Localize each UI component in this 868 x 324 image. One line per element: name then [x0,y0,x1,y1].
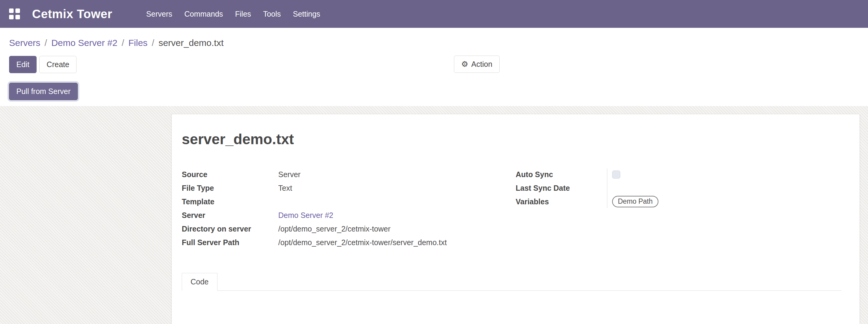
field-row-source: SourceServer [182,168,516,181]
field-row-file-type: File TypeText [182,181,516,195]
app-brand[interactable]: Cetmix Tower [32,7,112,21]
field-group-left: SourceServerFile TypeTextTemplateServerD… [182,168,516,249]
field-text-file-type: Text [278,183,292,193]
field-value-source: Server [278,169,516,179]
top-navbar: Cetmix Tower ServersCommandsFilesToolsSe… [0,0,868,28]
auto-sync-checkbox[interactable] [612,170,620,179]
breadcrumb-item-demo-server-2[interactable]: Demo Server #2 [52,38,117,48]
record-title: server_demo.txt [182,131,841,148]
breadcrumb: Servers/Demo Server #2/Files/server_demo… [0,28,868,49]
control-panel: Servers/Demo Server #2/Files/server_demo… [0,28,868,106]
breadcrumb-separator: / [122,38,124,48]
field-label-directory-on-server: Directory on server [182,224,278,234]
workflow-row: Pull from Server [0,83,868,106]
field-row-variables: VariablesDemo Path [516,195,841,208]
breadcrumb-item-servers[interactable]: Servers [9,38,40,48]
action-button-label: Action [471,59,492,69]
apps-menu-icon[interactable] [9,8,20,19]
field-value-server: Demo Server #2 [278,210,516,220]
breadcrumb-item-files[interactable]: Files [128,38,147,48]
field-label-variables: Variables [516,197,612,206]
field-row-directory-on-server: Directory on server/opt/demo_server_2/ce… [182,222,516,236]
gear-icon: ⚙ [461,60,468,68]
create-button[interactable]: Create [39,56,76,73]
pull-from-server-button[interactable]: Pull from Server [9,83,78,100]
breadcrumb-separator: / [44,38,47,48]
action-button[interactable]: ⚙ Action [454,56,500,73]
field-group-right: Auto SyncLast Sync DateVariablesDemo Pat… [516,168,841,208]
field-row-last-sync-date: Last Sync Date [516,181,841,195]
field-label-file-type: File Type [182,183,278,193]
field-groups: SourceServerFile TypeTextTemplateServerD… [182,168,841,249]
field-value-auto-sync [612,170,841,179]
field-value-full-server-path: /opt/demo_server_2/cetmix-tower/server_d… [278,237,516,247]
field-text-directory-on-server: /opt/demo_server_2/cetmix-tower [278,224,391,234]
breadcrumb-separator: / [152,38,154,48]
field-label-template: Template [182,197,278,206]
nav-item-settings[interactable]: Settings [287,0,326,28]
field-text-source: Server [278,169,301,179]
content-area: server_demo.txt SourceServerFile TypeTex… [0,106,868,324]
field-label-full-server-path: Full Server Path [182,237,278,247]
nav-item-servers[interactable]: Servers [140,0,178,28]
notebook: Code [182,272,841,324]
navbar-menu: ServersCommandsFilesToolsSettings [140,0,326,28]
nav-item-tools[interactable]: Tools [257,0,287,28]
field-label-auto-sync: Auto Sync [516,169,612,179]
field-row-template: Template [182,195,516,208]
button-row: Edit Create ⚙ Action [0,56,868,73]
field-row-server: ServerDemo Server #2 [182,208,516,222]
field-text-full-server-path: /opt/demo_server_2/cetmix-tower/server_d… [278,237,447,247]
field-label-server: Server [182,210,278,220]
notebook-tabs: Code [182,272,841,291]
field-label-source: Source [182,169,278,179]
nav-item-commands[interactable]: Commands [178,0,229,28]
field-label-last-sync-date: Last Sync Date [516,183,612,193]
field-value-directory-on-server: /opt/demo_server_2/cetmix-tower [278,224,516,234]
variable-tag: Demo Path [612,196,658,207]
breadcrumb-item-server-demo-txt: server_demo.txt [158,38,223,48]
form-sheet: server_demo.txt SourceServerFile TypeTex… [172,114,860,324]
field-value-variables: Demo Path [612,196,841,207]
nav-item-files[interactable]: Files [229,0,257,28]
edit-button[interactable]: Edit [9,56,37,73]
field-link-server[interactable]: Demo Server #2 [278,210,333,220]
field-value-file-type: Text [278,183,516,193]
field-row-full-server-path: Full Server Path/opt/demo_server_2/cetmi… [182,236,516,249]
tab-code[interactable]: Code [182,273,217,291]
field-row-auto-sync: Auto Sync [516,168,841,181]
